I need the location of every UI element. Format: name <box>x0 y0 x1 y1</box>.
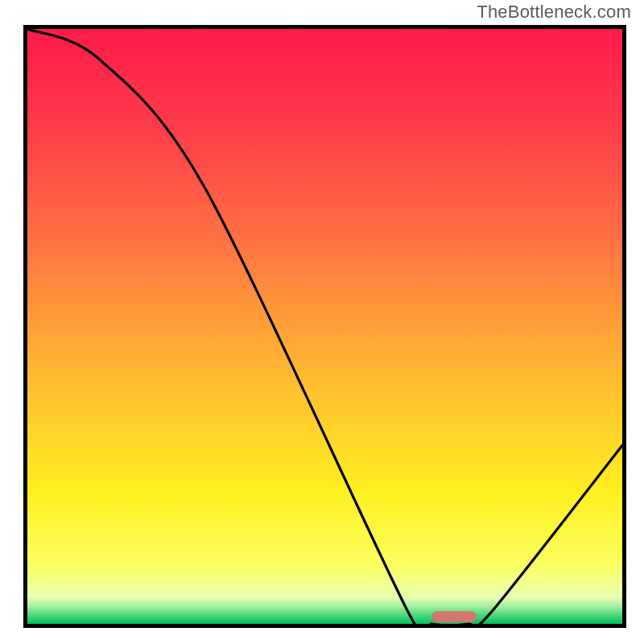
bottleneck-chart: TheBottleneck.com <box>0 0 644 644</box>
plot-background <box>27 29 622 624</box>
optimal-marker <box>432 611 477 622</box>
chart-svg <box>0 0 644 644</box>
watermark-text: TheBottleneck.com <box>477 2 631 23</box>
